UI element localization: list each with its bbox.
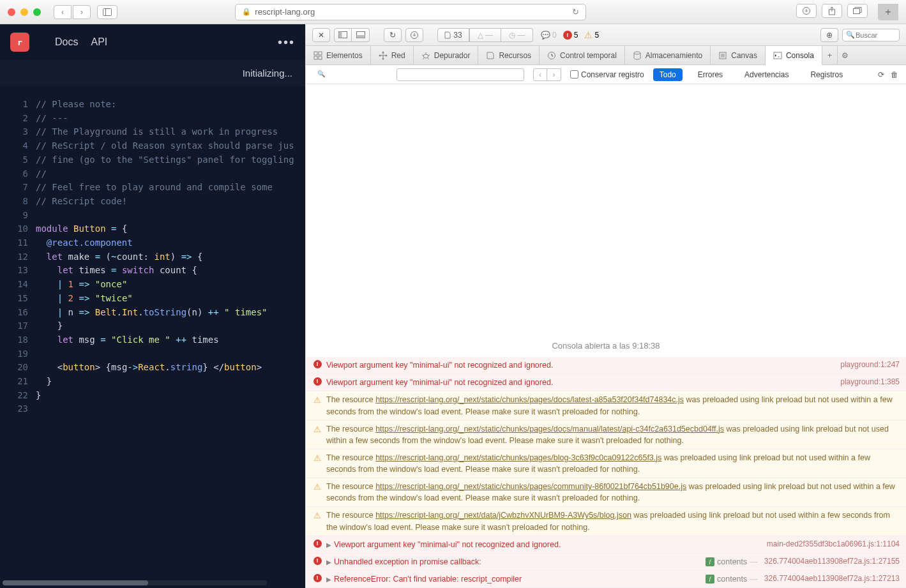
console-filter-input[interactable] (396, 68, 524, 81)
console-warn-row[interactable]: ⚠The resource https://rescript-lang.org/… (306, 391, 906, 420)
svg-rect-11 (319, 52, 322, 55)
console-warn-row[interactable]: ⚠The resource https://rescript-lang.org/… (306, 507, 906, 536)
timeline-icon (547, 51, 556, 60)
lock-icon: 🔒 (242, 8, 251, 16)
code-editor[interactable]: 1// Please note:2// ---3// The Playgroun… (0, 91, 305, 588)
code-line: 8// ReScript code! (0, 195, 305, 209)
code-line: 20 <button> {msg->React.string} </button… (0, 361, 305, 375)
tab-elementos[interactable]: Elementos (306, 46, 371, 64)
code-line: 15 | 2 => "twice" (0, 292, 305, 306)
minimize-window-button[interactable] (20, 8, 28, 16)
filter-all-button[interactable]: Todo (653, 68, 683, 81)
elements-icon (313, 51, 322, 60)
dock-left-button[interactable] (334, 28, 352, 42)
console-err-row[interactable]: !▶Unhandled exception in promise callbac… (306, 554, 906, 571)
devtools-toolbar: ✕ ↻ 33 △ — ◷ — 💬0 !5 ⚠5 (306, 24, 906, 46)
dock-bottom-button[interactable] (352, 28, 370, 42)
canvas-icon (718, 51, 727, 60)
tab-canvas[interactable]: Canvas (711, 46, 766, 64)
code-line: 11 @react.component (0, 236, 305, 250)
devtools-settings-button[interactable]: ⚙ (838, 46, 853, 64)
console-warn-row[interactable]: ⚠The resource https://rescript-lang.org/… (306, 478, 906, 507)
resource-count-button[interactable]: 33 (437, 28, 469, 42)
add-tab-button[interactable]: + (822, 46, 838, 64)
code-line: 19 (0, 347, 305, 361)
filter-next-button[interactable]: › (547, 68, 561, 81)
editor-menu-button[interactable]: ••• (278, 35, 295, 50)
nav-docs[interactable]: Docs (55, 36, 78, 48)
console-log: !Viewport argument key "minimal-ui" not … (306, 357, 906, 588)
network-icon (379, 51, 388, 60)
tab-depurador[interactable]: Depurador (414, 46, 479, 64)
console-err-row[interactable]: !▶Viewport argument key "minimal-ui" not… (306, 536, 906, 554)
editor-pane: r Docs API ••• Initializing... 1// Pleas… (0, 24, 305, 588)
code-line: 17 } (0, 319, 305, 333)
code-line: 12 let make = (~count: int) => { (0, 250, 305, 264)
downloads-button[interactable] (796, 4, 817, 18)
code-line: 16 | n => Belt.Int.toString(n) ++ " time… (0, 306, 305, 320)
timing-button-2[interactable]: ◷ — (501, 28, 533, 42)
svg-rect-8 (356, 35, 365, 38)
devtools-pane: ✕ ↻ 33 △ — ◷ — 💬0 !5 ⚠5 (305, 24, 906, 588)
preserve-log-checkbox[interactable]: Conservar registro (570, 70, 644, 79)
tab-recursos[interactable]: Recursos (478, 46, 540, 64)
share-button[interactable] (822, 4, 842, 18)
svg-rect-13 (319, 56, 322, 59)
refresh-icon[interactable]: ↻ (572, 7, 579, 17)
console-filter-bar: 🔍 ‹ › Conservar registro Todo Errores Ad… (306, 65, 906, 84)
svg-point-20 (634, 52, 640, 54)
code-line: 9 (0, 209, 305, 223)
code-line: 3// The Playground is still a work in pr… (0, 125, 305, 139)
sidebar-toggle-button[interactable] (97, 5, 117, 19)
console-refresh-icon[interactable]: ⟳ (878, 70, 884, 79)
tab-consola[interactable]: Consola (766, 46, 822, 65)
tab-almacenamiento[interactable]: Almacenamiento (625, 46, 711, 64)
code-line: 22} (0, 389, 305, 403)
console-err-row[interactable]: !Viewport argument key "minimal-ui" not … (306, 357, 906, 374)
timing-button-1[interactable]: △ — (469, 28, 501, 42)
rescript-logo[interactable]: r (10, 33, 29, 52)
filter-warnings-button[interactable]: Advertencias (738, 68, 795, 81)
download-button[interactable] (405, 28, 423, 42)
maximize-window-button[interactable] (33, 8, 41, 16)
editor-status: Initializing... (0, 60, 305, 86)
new-tab-button[interactable]: + (878, 4, 898, 20)
reload-button[interactable]: ↻ (384, 28, 402, 42)
console-icon (773, 51, 782, 60)
filter-prev-button[interactable]: ‹ (533, 68, 547, 81)
inspect-button[interactable]: ⊕ (820, 28, 838, 42)
filter-logs-button[interactable]: Registros (804, 68, 849, 81)
console-warn-row[interactable]: ⚠The resource https://rescript-lang.org/… (306, 449, 906, 478)
svg-rect-6 (339, 32, 342, 38)
console-err-row[interactable]: !▶ReferenceError: Can't find variable: r… (306, 571, 906, 588)
console-err-row[interactable]: !Viewport argument key "minimal-ui" not … (306, 374, 906, 391)
console-clear-icon[interactable]: 🗑 (891, 70, 898, 79)
close-devtools-button[interactable]: ✕ (312, 28, 330, 42)
address-bar[interactable]: 🔒 rescript-lang.org ↻ (235, 4, 586, 20)
resources-icon (486, 51, 495, 60)
console-warn-row[interactable]: ⚠The resource https://rescript-lang.org/… (306, 421, 906, 449)
window-controls (8, 8, 41, 16)
svg-point-14 (382, 51, 384, 53)
svg-rect-12 (314, 56, 317, 59)
nav-api[interactable]: API (91, 36, 107, 48)
code-line: 7// Feel free to play around and compile… (0, 181, 305, 195)
close-window-button[interactable] (8, 8, 15, 16)
tabs-button[interactable] (847, 4, 868, 18)
back-button[interactable]: ‹ (54, 5, 72, 19)
filter-errors-button[interactable]: Errores (691, 68, 729, 81)
console-status: Consola abierta a las 9:18:38 (306, 84, 906, 357)
tab-red[interactable]: Red (371, 46, 414, 64)
code-line: 23 (0, 402, 305, 416)
svg-rect-10 (314, 52, 317, 55)
forward-button[interactable]: › (73, 5, 91, 19)
code-line: 18 let msg = "Click me " ++ times (0, 333, 305, 347)
code-line: 4// ReScript / old Reason syntax should … (0, 139, 305, 153)
svg-point-15 (382, 57, 384, 59)
debugger-icon (421, 51, 430, 60)
svg-point-17 (385, 54, 387, 56)
svg-point-18 (423, 54, 428, 58)
storage-icon (633, 51, 642, 60)
tab-control-temporal[interactable]: Control temporal (540, 46, 625, 64)
horizontal-scrollbar[interactable] (3, 580, 267, 585)
